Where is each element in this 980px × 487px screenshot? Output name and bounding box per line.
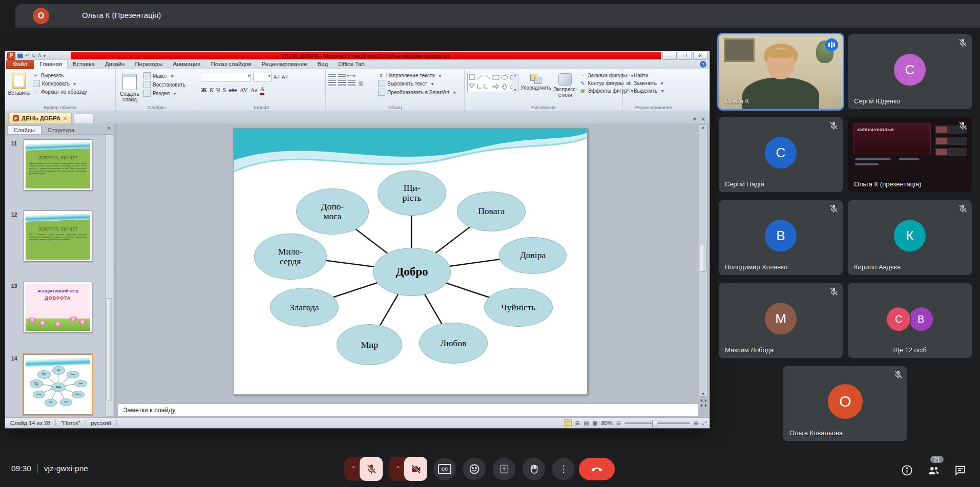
mic-off-button[interactable] [360, 457, 383, 481]
fit-to-window-icon[interactable]: ⤢ [702, 420, 706, 427]
numbering-icon[interactable] [338, 73, 346, 78]
pane-splitter[interactable]: ⋮ [114, 123, 117, 418]
scroll-down-icon[interactable]: ▼ [701, 392, 705, 396]
participant-tile[interactable]: ССергій Падій [719, 117, 843, 192]
diagram-bubble[interactable]: Мило-сердя [254, 234, 327, 280]
reset-button[interactable]: Восстановить [143, 81, 185, 88]
diagram-bubble[interactable]: Допо-мога [296, 188, 369, 235]
participant-tile[interactable]: ММаксим Лобода [719, 283, 843, 358]
participant-tile[interactable]: Ольга К [719, 34, 843, 109]
bullets-icon[interactable] [328, 73, 336, 78]
notes-area[interactable]: Заметки к слайду [118, 404, 698, 417]
participant-tile[interactable]: КИЇВНАУКФІЛЬМОльга К (презентація) [848, 117, 972, 192]
ribbon-tab-10[interactable]: Office Tab [333, 60, 369, 69]
diagram-bubble[interactable]: Допо-мога [37, 370, 51, 379]
font-button-ч[interactable]: Ч [216, 87, 220, 94]
font-style-icon[interactable]: A [38, 52, 41, 59]
smartart-button[interactable]: Преобразовать в SmartArt ▾ [378, 89, 457, 96]
previous-slide-button[interactable]: ▲▲ [700, 398, 708, 403]
shrink-font-icon[interactable]: A˅ [282, 74, 288, 80]
ribbon-tab-9[interactable]: Вид [312, 60, 333, 69]
shapes-gallery[interactable]: ▲▼ [467, 73, 518, 92]
columns-icon[interactable]: ▥ [358, 80, 364, 86]
ribbon-tab-8[interactable]: Рецензирование [257, 60, 312, 69]
pane-tab-outline[interactable]: Структура [41, 126, 80, 134]
quick-styles-button[interactable]: Экспресс-стили [553, 71, 577, 104]
font-button-s[interactable]: S [223, 87, 226, 94]
font-button-ж[interactable]: Ж [201, 87, 207, 94]
replace-button[interactable]: abЗаменить ▾ [625, 80, 665, 86]
grow-font-icon[interactable]: A˄ [274, 74, 280, 80]
ribbon-tab-5[interactable]: Переходы [130, 60, 168, 69]
align-center-icon[interactable] [338, 80, 346, 86]
end-call-button[interactable] [579, 458, 615, 480]
info-icon[interactable] [901, 464, 913, 477]
mic-control[interactable]: ⌃ [344, 457, 383, 481]
ribbon-tab-4[interactable]: Дизайн [100, 60, 130, 69]
cut-button[interactable]: ✂Вырезать [33, 72, 87, 78]
zoom-in-icon[interactable]: ⊕ [694, 420, 698, 427]
pane-close-icon[interactable]: ✕ [107, 125, 111, 131]
participants-button[interactable]: 21 [927, 464, 940, 479]
font-button-aa[interactable]: Aa [251, 87, 258, 94]
find-button[interactable]: ⌕Найти [625, 72, 665, 78]
align-right-icon[interactable] [348, 80, 356, 86]
tab-list-dropdown-icon[interactable]: ▾ [694, 116, 696, 122]
ribbon-tab-1[interactable]: Файл [6, 60, 34, 69]
slide-thumbnail-11[interactable]: ДОБРОТА, ЩО ЦЕ?Доброта базується на любо… [24, 139, 92, 190]
pane-scrollbar[interactable] [106, 135, 113, 417]
ribbon-tab-2[interactable]: Главная [34, 59, 68, 69]
diagram-bubble[interactable]: Любов [419, 323, 488, 364]
diagram-bubble[interactable]: Довіра [74, 380, 87, 387]
diagram-bubble[interactable]: Щи-рість [52, 366, 65, 375]
undo-icon[interactable]: ↶ [25, 52, 29, 59]
diagram-bubble[interactable]: Мир [45, 399, 57, 407]
participant-tile[interactable]: ВВолодимир Холявко [719, 200, 843, 275]
paste-button[interactable]: Вставить [8, 71, 30, 104]
font-button-к[interactable]: К [210, 87, 214, 94]
participant-tile[interactable]: СВЩе 12 осіб [848, 283, 972, 358]
scroll-up-icon[interactable]: ▲ [701, 125, 705, 130]
font-button-av[interactable]: AV [240, 87, 248, 94]
ribbon-tab-7[interactable]: Показ слайдов [205, 60, 256, 69]
select-button[interactable]: ⇱Выделить ▾ [625, 88, 665, 94]
zoom-out-icon[interactable]: ⊖ [616, 420, 621, 427]
diagram-bubble[interactable]: Щи-рість [378, 171, 446, 216]
layout-button[interactable]: Макет ▾ [143, 72, 185, 79]
slide-scrollbar[interactable]: ▲ ▼ [699, 124, 707, 397]
slide-sorter-icon[interactable]: ⊞ [575, 420, 580, 427]
arrange-button[interactable]: Упорядочить [521, 71, 551, 104]
format-painter-button[interactable]: ⟋Формат по образцу [33, 89, 87, 95]
close-doc-icon[interactable]: ✕ [63, 116, 67, 121]
redo-icon[interactable]: ↻ [31, 52, 35, 59]
indent-icons[interactable]: ⇤⇥ [348, 72, 354, 78]
camera-control[interactable]: ⌃ [389, 457, 427, 481]
camera-off-button[interactable] [404, 457, 427, 481]
font-name-combo[interactable] [201, 73, 251, 81]
diagram-bubble[interactable]: Чуйність [72, 391, 85, 398]
save-icon[interactable] [17, 53, 23, 58]
diagram-bubble[interactable]: Злагода [270, 288, 339, 327]
diagram-bubble[interactable]: Довіра [499, 237, 567, 274]
zoom-slider[interactable] [624, 422, 690, 424]
ribbon-tab-3[interactable]: Вставка [68, 60, 100, 69]
chat-icon[interactable] [954, 464, 967, 477]
help-icon[interactable]: ? [700, 61, 706, 68]
close-button[interactable]: ✕ [693, 52, 707, 60]
reading-view-icon[interactable]: ▤ [583, 420, 589, 427]
pane-tab-slides[interactable]: Слайды [7, 125, 41, 134]
reactions-button[interactable] [463, 458, 486, 480]
diagram-bubble[interactable]: Повага [67, 371, 79, 378]
slide-thumbnail-13[interactable]: АСОЦІАТИВНИЙ КУЩДОБРОТА [24, 282, 92, 333]
document-tab[interactable]: P ДЕНЬ ДОБРА ✕ [8, 113, 72, 123]
new-slide-button[interactable]: Создать слайд [118, 71, 141, 104]
participant-tile[interactable]: ССергій Юденко [848, 34, 972, 109]
participant-tile[interactable]: ККирило Авдєєв [848, 200, 972, 275]
diagram-center-bubble[interactable]: Добро [373, 248, 451, 296]
section-button[interactable]: Раздел ▾ [143, 90, 185, 97]
more-options-button[interactable]: ⋮ [552, 458, 575, 480]
tab-bar-close-icon[interactable]: ✕ [701, 116, 705, 122]
qat-dropdown-icon[interactable]: ▾ [43, 52, 46, 59]
font-size-combo[interactable] [253, 73, 272, 81]
align-text-button[interactable]: Выровнять текст ▾ [378, 80, 457, 87]
